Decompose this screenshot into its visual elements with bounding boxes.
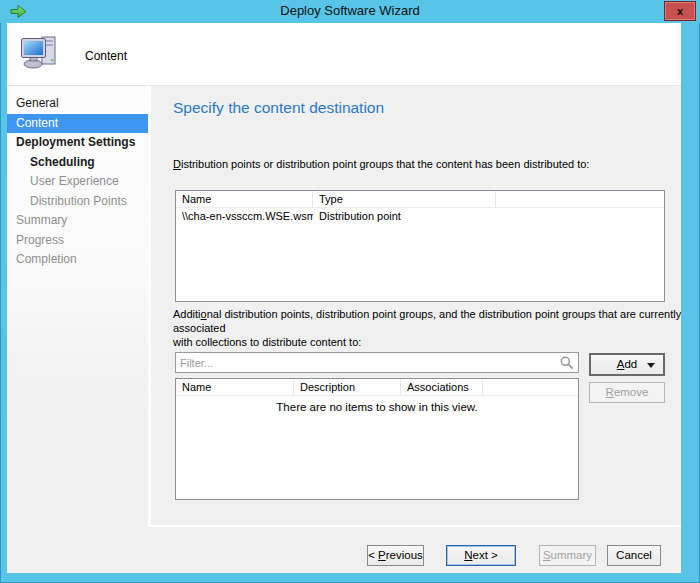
filter-input[interactable] xyxy=(180,354,556,371)
column-header-name[interactable]: Name xyxy=(176,191,313,207)
distributed-to-label: Distribution points or distribution poin… xyxy=(173,157,673,171)
close-button[interactable]: x xyxy=(664,1,696,21)
column-header-associations[interactable]: Associations xyxy=(401,379,483,395)
wizard-footer: < Previous Next > Summary Cancel xyxy=(7,527,681,573)
table-row[interactable]: \\cha-en-vssccm.WSE.wsma... Distribution… xyxy=(176,208,664,224)
remove-button[interactable]: Remove xyxy=(589,382,665,403)
window-title: Deploy Software Wizard xyxy=(0,3,700,18)
add-button[interactable]: Add xyxy=(589,353,665,376)
additional-points-list[interactable]: Name Description Associations There are … xyxy=(175,378,579,500)
additional-points-list-header: Name Description Associations xyxy=(176,379,578,396)
column-header-filler xyxy=(496,191,664,207)
sidebar-item-general[interactable]: General xyxy=(7,94,148,114)
sidebar-item-scheduling[interactable]: Scheduling xyxy=(7,153,148,173)
column-header-description[interactable]: Description xyxy=(294,379,401,395)
sidebar-item-content[interactable]: Content xyxy=(7,114,148,134)
wizard-page-header: Content xyxy=(7,23,681,86)
summary-button[interactable]: Summary xyxy=(539,545,596,566)
cell-name: \\cha-en-vssccm.WSE.wsma... xyxy=(176,208,313,224)
sidebar-item-completion: Completion xyxy=(7,250,148,270)
cell-type: Distribution point xyxy=(313,208,496,224)
chevron-down-icon xyxy=(647,363,655,368)
wizard-page-content: Specify the content destination Distribu… xyxy=(151,86,681,525)
content-heading: Specify the content destination xyxy=(173,99,384,117)
column-header-type[interactable]: Type xyxy=(313,191,496,207)
sidebar-item-progress: Progress xyxy=(7,231,148,251)
next-button[interactable]: Next > xyxy=(446,545,516,566)
empty-list-message: There are no items to show in this view. xyxy=(176,401,578,413)
previous-button[interactable]: < Previous xyxy=(367,545,424,566)
wizard-steps-sidebar: General Content Deployment Settings Sche… xyxy=(7,86,148,573)
titlebar: Deploy Software Wizard x xyxy=(0,0,700,23)
column-header-filler xyxy=(483,379,578,395)
additional-points-label: Additional distribution points, distribu… xyxy=(173,307,685,349)
computer-icon xyxy=(20,35,58,75)
distributed-points-list-header: Name Type xyxy=(176,191,664,208)
sidebar-item-user-experience: User Experience xyxy=(7,172,148,192)
search-icon xyxy=(559,355,574,374)
filter-box xyxy=(175,352,579,373)
page-title: Content xyxy=(85,49,127,63)
sidebar-item-distribution-points: Distribution Points xyxy=(7,192,148,212)
sidebar-item-summary: Summary xyxy=(7,211,148,231)
column-header-name[interactable]: Name xyxy=(176,379,294,395)
sidebar-item-deployment-settings[interactable]: Deployment Settings xyxy=(7,133,148,153)
cancel-button[interactable]: Cancel xyxy=(607,545,661,566)
deploy-software-wizard-window: Deploy Software Wizard x Content General xyxy=(0,0,700,583)
distributed-points-list[interactable]: Name Type \\cha-en-vssccm.WSE.wsma... Di… xyxy=(175,190,665,302)
